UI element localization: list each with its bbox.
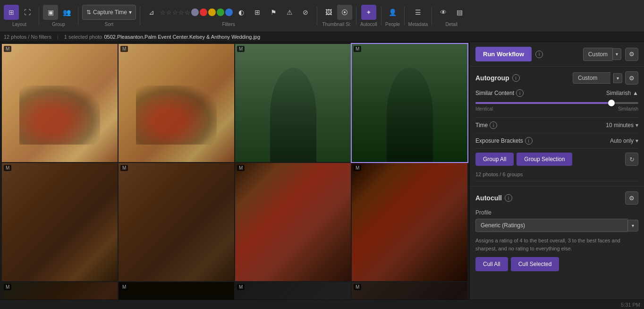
similar-content-info-icon[interactable]: i: [516, 89, 524, 97]
thumbnail-small-icon[interactable]: 🖼: [321, 5, 336, 20]
run-workflow-dropdown: Custom ▾: [583, 48, 621, 61]
run-workflow-label: Run Workflow: [483, 51, 524, 58]
divider-1: [39, 7, 39, 26]
thumbnail-label: Thumbnail Si:: [322, 22, 351, 27]
photo-badge: M: [120, 284, 128, 290]
warning-filter-icon[interactable]: ⚠: [282, 5, 297, 20]
eye-icon[interactable]: 👁: [436, 5, 451, 20]
photo-count: 12 photos / No filters: [4, 34, 51, 40]
color-dot-blue[interactable]: [225, 9, 233, 16]
autocull-icon[interactable]: ✦: [361, 5, 376, 20]
photo-badge: M: [237, 46, 245, 52]
thumbnail-section: 🖼 ⦿ Thumbnail Si:: [321, 5, 352, 27]
photo-badge: M: [354, 284, 361, 290]
refresh-button[interactable]: ↻: [625, 153, 638, 166]
people-group-icon[interactable]: 👥: [59, 5, 74, 20]
group-section: ▣ 👥 Group: [43, 5, 74, 27]
star-5[interactable]: ☆: [185, 9, 190, 16]
photo-badge: M: [354, 46, 361, 52]
photo-cell[interactable]: M: [352, 44, 467, 162]
star-1[interactable]: ☆: [160, 9, 166, 16]
exposure-expand-button[interactable]: ▾: [636, 137, 638, 144]
star-filter: ☆ ☆ ☆ ☆ ☆: [160, 9, 190, 16]
profile-description: Assigns a rating of 4 to the best overal…: [475, 237, 638, 252]
grid-view-icon[interactable]: ⊞: [4, 5, 19, 20]
similar-content-collapse-icon[interactable]: ▲: [633, 90, 638, 96]
flag-filter-icon[interactable]: ⚑: [266, 5, 281, 20]
panel-icon[interactable]: ▤: [452, 5, 467, 20]
similar-content-slider[interactable]: [475, 102, 638, 104]
star-3[interactable]: ☆: [172, 9, 178, 16]
cull-selected-button[interactable]: Cull Selected: [511, 257, 559, 271]
divider-3: [140, 7, 140, 26]
autogroup-dropdown-arrow[interactable]: ▾: [613, 73, 622, 83]
no-filter-icon[interactable]: ⊘: [298, 5, 313, 20]
group-icon[interactable]: ▣: [43, 5, 58, 20]
star-4[interactable]: ☆: [178, 9, 184, 16]
color-dot-yellow[interactable]: [208, 9, 216, 16]
photo-cell[interactable]: M: [352, 163, 467, 281]
exposure-row: Exposure Brackets i Auto only ▾: [475, 133, 638, 149]
group-label: Group: [52, 22, 65, 27]
expand-view-icon[interactable]: ⛶: [20, 5, 35, 20]
autogroup-info-icon[interactable]: i: [512, 74, 520, 82]
dots-filter-icon[interactable]: ⊞: [250, 5, 265, 20]
people-label: People: [385, 22, 400, 27]
time-info-icon[interactable]: i: [490, 121, 497, 129]
photo-badge: M: [120, 46, 128, 52]
run-workflow-dropdown-arrow[interactable]: ▾: [612, 48, 621, 60]
metadata-icon[interactable]: ☰: [410, 5, 425, 20]
autocull-info-icon[interactable]: i: [505, 194, 512, 202]
photo-badge: M: [354, 165, 361, 171]
main-content: MMMMMMMMMMMM Run Workflow i Custom ▾ ⚙ A…: [0, 42, 644, 300]
sort-button[interactable]: ⇅ Capture Time ▾: [82, 5, 136, 20]
photo-cell[interactable]: M: [235, 163, 351, 281]
sort-value: Capture Time: [93, 9, 127, 16]
cull-buttons: Cull All Cull Selected: [475, 257, 638, 271]
slider-labels: Identical Similarish: [475, 106, 638, 112]
autogroup-section: Autogroup i Custom ▾ ⚙ Similar Content i…: [470, 67, 644, 187]
profile-label: Profile: [475, 209, 638, 216]
status-time: 5:31 PM: [621, 302, 640, 308]
filter-icon[interactable]: ⊿: [144, 5, 159, 20]
autocull-gear-button[interactable]: ⚙: [625, 191, 638, 205]
profile-select[interactable]: Generic (Ratings): [475, 219, 627, 232]
run-workflow-info-icon[interactable]: i: [535, 51, 543, 58]
profile-dropdown-arrow[interactable]: ▾: [627, 220, 638, 232]
run-workflow-button[interactable]: Run Workflow: [475, 47, 532, 61]
exposure-label: Exposure Brackets i: [475, 137, 533, 145]
autocull-toolbar-section: ✦ Autocoll: [360, 5, 377, 27]
selected-filename: 0502.Pleasanton.Palm Event Center.Kelsey…: [104, 34, 260, 40]
metadata-section: ☰ Metadata: [408, 5, 428, 27]
group-all-button[interactable]: Group All: [475, 153, 514, 166]
photo-badge: M: [4, 46, 11, 52]
autogroup-gear-button[interactable]: ⚙: [625, 71, 638, 85]
photo-cell[interactable]: M: [2, 282, 118, 300]
time-expand-button[interactable]: ▾: [636, 122, 638, 129]
thumbnail-key-icon[interactable]: ⦿: [337, 5, 352, 20]
photo-cell[interactable]: M: [119, 44, 234, 162]
people-icon[interactable]: 👤: [385, 5, 400, 20]
photo-cell[interactable]: M: [2, 44, 118, 162]
run-workflow-gear-button[interactable]: ⚙: [625, 48, 638, 61]
divider-6: [381, 7, 381, 26]
exposure-value: Auto only ▾: [610, 137, 638, 144]
group-stats: 12 photos / 6 groups: [475, 170, 638, 181]
exposure-info-icon[interactable]: i: [525, 137, 533, 145]
photo-badge: M: [237, 284, 245, 290]
run-workflow-custom-select[interactable]: Custom: [583, 48, 612, 61]
photo-cell[interactable]: M: [119, 282, 234, 300]
photo-cell[interactable]: M: [352, 282, 467, 300]
autogroup-custom-select[interactable]: Custom: [573, 72, 610, 84]
photo-cell[interactable]: M: [2, 163, 118, 281]
photo-cell[interactable]: M: [235, 282, 351, 300]
group-selection-button[interactable]: Group Selection: [517, 153, 572, 166]
color-dot-green[interactable]: [217, 9, 224, 16]
photo-cell[interactable]: M: [235, 44, 351, 162]
cull-all-button[interactable]: Cull All: [475, 257, 508, 271]
star-2[interactable]: ☆: [166, 9, 172, 16]
circle-filter-icon[interactable]: ◐: [234, 5, 249, 20]
photo-cell[interactable]: M: [119, 163, 234, 281]
color-dot-purple[interactable]: [191, 9, 199, 16]
color-dot-red[interactable]: [200, 9, 207, 16]
